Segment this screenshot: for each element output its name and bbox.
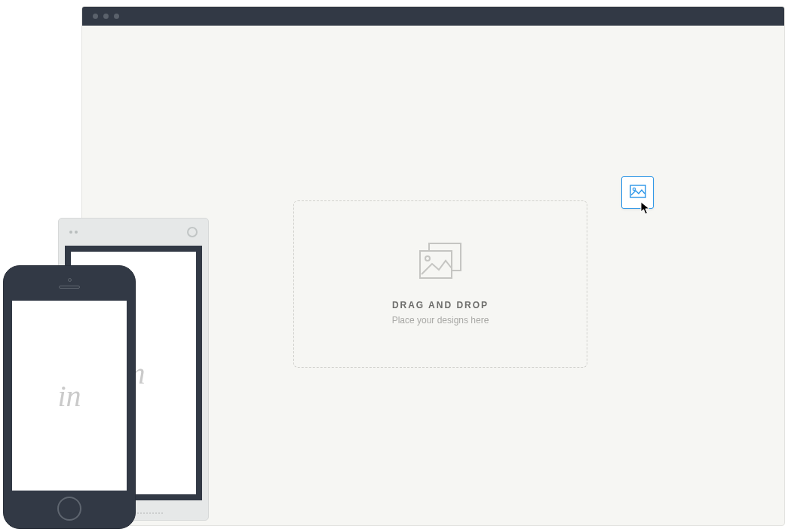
iphone-speaker-icon — [59, 286, 80, 289]
image-stack-icon — [419, 243, 461, 283]
iphone-sensor-icon — [68, 278, 72, 282]
drop-zone[interactable]: DRAG AND DROP Place your designs here — [293, 200, 587, 368]
android-sensor-dot-icon — [69, 231, 72, 234]
android-sensor-dot-icon — [75, 231, 78, 234]
logo-text: in — [57, 378, 81, 414]
android-top-bar — [59, 219, 208, 246]
drop-zone-subtitle: Place your designs here — [392, 315, 489, 326]
android-camera-icon — [187, 227, 198, 237]
iphone-home-button[interactable] — [57, 497, 81, 521]
browser-titlebar — [82, 7, 784, 26]
drop-zone-title: DRAG AND DROP — [392, 300, 489, 310]
svg-rect-1 — [420, 251, 452, 278]
phone-mockup-iphone: in — [3, 265, 136, 529]
svg-point-4 — [633, 188, 635, 190]
window-control-maximize-icon[interactable] — [114, 14, 119, 19]
dragged-image-thumbnail[interactable] — [621, 176, 654, 209]
window-control-close-icon[interactable] — [93, 14, 98, 19]
image-icon — [630, 185, 646, 201]
window-control-minimize-icon[interactable] — [103, 14, 109, 19]
iphone-top-bar — [4, 266, 135, 301]
iphone-screen: in — [12, 301, 127, 491]
